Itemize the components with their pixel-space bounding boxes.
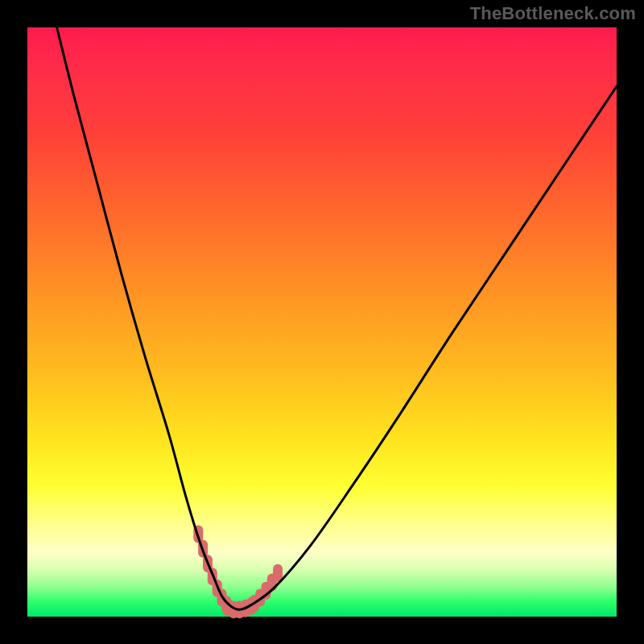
bottleneck-curve bbox=[57, 27, 617, 609]
chart-frame: TheBottleneck.com bbox=[0, 0, 644, 644]
plot-area bbox=[27, 27, 617, 617]
watermark-text: TheBottleneck.com bbox=[470, 3, 636, 24]
marker-group bbox=[193, 526, 283, 619]
curve-layer bbox=[27, 27, 617, 617]
